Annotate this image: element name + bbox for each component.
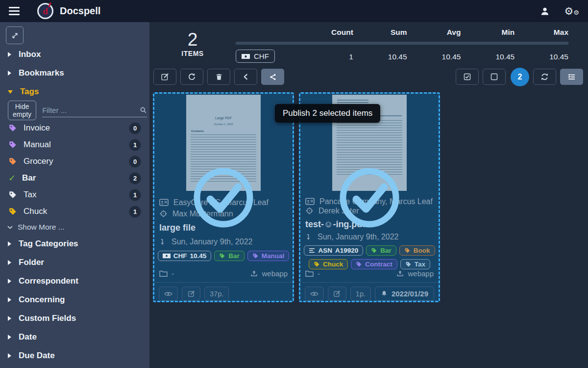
tag-count: 1 [129, 206, 141, 218]
tag-icon [356, 261, 362, 267]
edit-icon [333, 290, 341, 297]
item-card-large-file[interactable]: Large PDF October 1, 2020 Contents EasyC… [153, 92, 294, 302]
arrow-down-icon [305, 233, 313, 241]
edit-selected-button[interactable] [153, 69, 176, 85]
caret-right-icon [8, 241, 11, 246]
delete-selected-button[interactable] [207, 69, 230, 85]
tag-icon [219, 253, 225, 259]
stat-max: 10.45 [514, 46, 568, 61]
caret-right-icon [8, 353, 11, 358]
chevron-left-icon [242, 73, 249, 80]
deselect-all-button[interactable] [483, 69, 506, 85]
square-icon [490, 73, 498, 81]
settings-gears-icon[interactable]: ⚙⚙ [564, 6, 579, 16]
sidebar-item-date[interactable]: Date [0, 328, 149, 346]
page-count-button[interactable]: 37p. [204, 287, 229, 301]
source-label: webapp [408, 269, 434, 278]
page-count-button[interactable]: 1p. [350, 287, 371, 301]
folder-icon [159, 270, 168, 277]
tag-icon [8, 207, 17, 216]
publish-selected-button[interactable] [261, 69, 284, 85]
tag-icon [371, 247, 377, 254]
refresh-button[interactable] [533, 69, 556, 85]
stat-avg: 10.45 [407, 46, 461, 61]
bars-icon [309, 248, 315, 253]
tag-item-invoice[interactable]: Invoice 0 [0, 120, 149, 136]
bell-icon [381, 290, 388, 297]
sidebar-item-inbox[interactable]: Inbox [0, 45, 149, 64]
eye-icon [164, 290, 172, 297]
tag-filter [42, 104, 147, 117]
items-count: 2 ITEMS [149, 28, 236, 63]
tag-badge-bar: Bar [214, 251, 245, 261]
sidebar-item-tags[interactable]: Tags [0, 82, 149, 101]
tag-item-chuck[interactable]: Chuck 1 [0, 203, 149, 220]
hide-empty-button[interactable]: Hide empty [8, 101, 36, 120]
redo-icon [188, 73, 196, 81]
badge-row-2: Chuck Contract Tax [305, 259, 434, 269]
eye-icon [310, 290, 318, 297]
col-min: Min [461, 28, 514, 42]
currency-chip: CHF [236, 50, 275, 63]
edit-item-button[interactable] [182, 287, 200, 301]
edit-item-button[interactable] [328, 287, 346, 301]
search-icon [140, 106, 147, 114]
stats-header: 2 ITEMS Count Sum Avg Min Max CHF 1 10.4… [149, 22, 588, 63]
collapse-sidebar-button[interactable] [6, 26, 24, 44]
tag-icon [404, 247, 411, 254]
sidebar-item-bookmarks[interactable]: Bookmarks [0, 64, 149, 82]
caret-right-icon [8, 335, 11, 340]
money-bill-icon [242, 53, 250, 59]
document-thumbnail: Large PDF October 1, 2020 Contents [186, 95, 261, 191]
tag-badge-contract: Contract [351, 259, 397, 269]
sidebar-item-source[interactable]: Source [0, 365, 149, 368]
trash-icon [215, 73, 223, 81]
crosshair-icon [305, 207, 314, 215]
tag-item-bar[interactable]: ✓ Bar 2 [0, 170, 149, 186]
tag-icon [314, 261, 320, 267]
item-title: test-☺-ing.pdf [305, 219, 434, 230]
sidebar-item-tag-categories[interactable]: Tag Categories [0, 235, 149, 253]
preview-button[interactable] [159, 287, 178, 301]
item-card-test-ing-pdf[interactable]: Pancake Company, Marcus Leaf Derek Jeter… [299, 92, 440, 302]
stats-table: Count Sum Avg Min Max CHF 1 10.45 10.45 … [236, 28, 568, 63]
col-max: Max [514, 28, 568, 42]
correspondent-row: EasyCare AG, Marcus Leaf [159, 197, 288, 208]
sidebar-item-correspondent[interactable]: Correspondent [0, 272, 149, 290]
user-icon[interactable] [540, 6, 550, 16]
share-icon [269, 73, 277, 81]
tag-item-manual[interactable]: Manual 1 [0, 136, 149, 153]
sidebar-item-folder[interactable]: Folder [0, 253, 149, 272]
caret-right-icon [8, 260, 11, 265]
arrow-down-icon [159, 238, 167, 246]
merge-selected-button[interactable] [234, 69, 257, 85]
select-all-button[interactable] [456, 69, 479, 85]
col-sum: Sum [353, 28, 407, 42]
upload-icon [250, 270, 258, 277]
menu-icon[interactable] [9, 5, 20, 17]
crosshair-icon [159, 210, 168, 218]
source-label: webapp [262, 269, 288, 278]
list-view-button[interactable] [560, 69, 583, 85]
app-title: Docspell [60, 5, 100, 17]
publish-tooltip: Publish 2 selected items [275, 104, 380, 123]
folder-source-row: - webapp [159, 269, 288, 282]
sidebar-item-custom-fields[interactable]: Custom Fields [0, 309, 149, 328]
tag-filter-input[interactable] [42, 106, 140, 114]
sync-icon [540, 73, 549, 81]
caret-right-icon [8, 279, 11, 284]
docspell-logo[interactable]: d [37, 3, 53, 19]
tag-item-grocery[interactable]: Grocery 0 [0, 153, 149, 170]
items-count-number: 2 [149, 30, 236, 50]
check-icon: ✓ [8, 174, 16, 183]
item-date-row: Sun, January 9th, 2022 [305, 233, 434, 242]
sidebar-item-concerning[interactable]: Concerning [0, 290, 149, 309]
sidebar-item-due-date[interactable]: Due Date [0, 346, 149, 365]
tag-item-tax[interactable]: Tax 1 [0, 186, 149, 203]
tasks-list-icon [567, 73, 576, 81]
concerning-row: Derek Jeter [305, 206, 434, 215]
reprocess-selected-button[interactable] [180, 69, 203, 85]
show-more-tags[interactable]: Show More ... [0, 220, 149, 235]
preview-button[interactable] [305, 287, 324, 301]
check-square-icon [463, 73, 471, 81]
